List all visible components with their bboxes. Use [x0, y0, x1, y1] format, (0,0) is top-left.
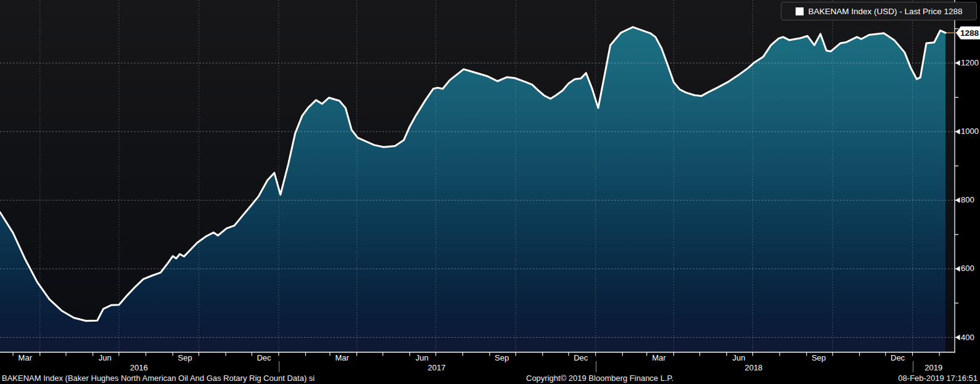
- x-axis-year-label: 2017: [428, 363, 446, 372]
- footer-copyright: Copyright© 2019 Bloomberg Finance L.P.: [526, 374, 673, 383]
- y-tick-arrow-icon: [955, 61, 960, 66]
- x-axis-month-label: Jun: [416, 353, 429, 362]
- x-axis-month-label: Sep: [178, 353, 192, 362]
- x-axis-month-label: Dec: [257, 353, 271, 362]
- area-fill: [0, 27, 945, 353]
- price-chart-canvas[interactable]: [0, 0, 980, 384]
- y-axis-label: 400: [961, 333, 974, 342]
- y-tick-arrow-icon: [955, 266, 960, 272]
- year-separator: [279, 361, 279, 372]
- x-axis-month-label: Sep: [812, 353, 826, 362]
- y-axis-label: 1000: [961, 127, 979, 136]
- last-price-tag: 1288: [956, 26, 980, 40]
- y-axis-label: 800: [961, 196, 974, 204]
- x-axis-month-label: Dec: [574, 353, 588, 362]
- last-price-value: 1288: [960, 28, 979, 38]
- x-axis-year-label: 2018: [744, 363, 762, 372]
- y-axis-label: 600: [961, 264, 974, 273]
- y-axis-label: 1200: [961, 59, 979, 67]
- x-axis-month-label: Mar: [652, 353, 665, 362]
- bloomberg-rig-count-chart-panel: BAKENAM Index (USD) - Last Price 1288 12…: [0, 0, 980, 384]
- x-axis-month-label: Sep: [495, 353, 509, 362]
- y-tick-arrow-icon: [955, 198, 960, 203]
- year-separator: [596, 361, 596, 372]
- status-bar: BAKENAM Index (Baker Hughes North Americ…: [0, 372, 980, 384]
- x-axis-month-label: Dec: [891, 353, 905, 362]
- x-axis-month-label: Jun: [99, 353, 112, 362]
- x-axis-month-label: Jun: [732, 353, 745, 362]
- x-axis-month-label: Mar: [335, 353, 348, 362]
- legend-label: BAKENAM Index (USD) - Last Price 1288: [809, 7, 963, 16]
- x-axis-year-label: 2019: [924, 363, 942, 372]
- footer-description: BAKENAM Index (Baker Hughes North Americ…: [2, 374, 315, 383]
- footer-timestamp: 08-Feb-2019 17:16:51: [898, 374, 978, 383]
- x-axis-year-label: 2016: [130, 363, 148, 372]
- y-tick-arrow-icon: [955, 129, 960, 135]
- year-separator: [913, 361, 913, 372]
- x-axis-month-label: Mar: [19, 353, 32, 362]
- chart-legend[interactable]: BAKENAM Index (USD) - Last Price 1288: [781, 2, 977, 20]
- series-color-swatch-icon: [796, 7, 804, 15]
- y-tick-arrow-icon: [955, 335, 960, 340]
